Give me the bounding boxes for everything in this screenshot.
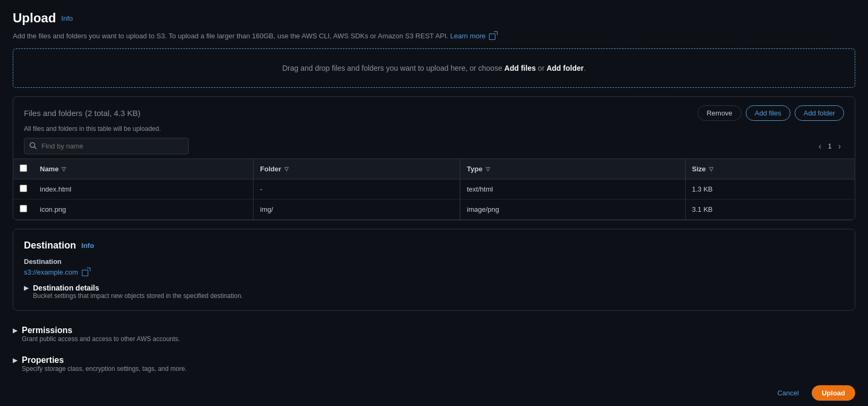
cancel-button[interactable]: Cancel xyxy=(771,386,805,400)
remove-button[interactable]: Remove xyxy=(697,105,741,121)
properties-section: ▶ Properties Specify storage class, encr… xyxy=(13,349,855,375)
permissions-arrow: ▶ xyxy=(13,327,18,334)
files-actions: Remove Add files Add folder xyxy=(697,105,844,121)
properties-arrow: ▶ xyxy=(13,357,18,364)
files-search-pagination: ‹ 1 › xyxy=(13,138,855,159)
row-type: image/png xyxy=(460,200,685,220)
page-number: 1 xyxy=(828,142,831,150)
add-files-button[interactable]: Add files xyxy=(746,105,790,121)
bottom-actions: Cancel Upload xyxy=(13,385,855,401)
search-icon xyxy=(29,142,37,151)
dropzone[interactable]: Drag and drop files and folders you want… xyxy=(13,48,855,88)
svg-line-1 xyxy=(35,147,37,149)
files-table: Name ▽ Folder ▽ Type ▽ xyxy=(13,159,855,220)
destination-external-icon xyxy=(82,270,88,276)
destination-details-toggle[interactable]: ▶ Destination details Bucket settings th… xyxy=(24,284,844,300)
row-name: icon.png xyxy=(33,200,254,220)
search-wrapper xyxy=(24,138,189,154)
destination-details-arrow: ▶ xyxy=(24,284,29,292)
row-folder: img/ xyxy=(254,200,460,220)
files-table-container: Name ▽ Folder ▽ Type ▽ xyxy=(13,159,855,220)
row-type: text/html xyxy=(460,179,685,200)
add-folder-button[interactable]: Add folder xyxy=(795,105,844,121)
row-size: 1.3 KB xyxy=(685,179,855,200)
destination-label: Destination xyxy=(24,258,844,266)
page-subtitle: Add the files and folders you want to up… xyxy=(13,32,855,40)
sort-size-icon[interactable]: ▽ xyxy=(709,166,713,172)
search-input[interactable] xyxy=(24,138,189,154)
row-name: index.html xyxy=(33,179,254,200)
sort-name-icon[interactable]: ▽ xyxy=(62,166,66,172)
col-type: Type ▽ xyxy=(460,159,685,179)
pagination: ‹ 1 › xyxy=(815,140,844,152)
row-folder: - xyxy=(254,179,460,200)
row-size: 3.1 KB xyxy=(685,200,855,220)
info-link[interactable]: Info xyxy=(61,14,73,22)
sort-type-icon[interactable]: ▽ xyxy=(486,166,490,172)
files-header: Files and folders (2 total, 4.3 KB) Remo… xyxy=(13,97,855,125)
page-header: Upload Info xyxy=(13,11,855,26)
destination-info-link[interactable]: Info xyxy=(81,242,94,250)
row-checkbox-0[interactable] xyxy=(20,185,27,192)
upload-button[interactable]: Upload xyxy=(812,385,855,401)
files-section: Files and folders (2 total, 4.3 KB) Remo… xyxy=(13,96,855,220)
col-folder: Folder ▽ xyxy=(254,159,460,179)
table-row: icon.png img/ image/png 3.1 KB xyxy=(13,200,855,220)
prev-page-button[interactable]: ‹ xyxy=(815,140,824,152)
table-row: index.html - text/html 1.3 KB xyxy=(13,179,855,200)
destination-url[interactable]: s3://example.com xyxy=(24,268,88,276)
external-link-icon xyxy=(489,34,495,40)
select-all-checkbox[interactable] xyxy=(20,164,27,172)
destination-section: Destination Info Destination s3://exampl… xyxy=(13,229,855,311)
row-checkbox-1[interactable] xyxy=(20,205,27,212)
destination-title: Destination Info xyxy=(24,240,844,251)
next-page-button[interactable]: › xyxy=(835,140,844,152)
page-title: Upload xyxy=(13,11,56,26)
col-size: Size ▽ xyxy=(685,159,855,179)
permissions-toggle[interactable]: ▶ Permissions Grant public access and ac… xyxy=(13,319,855,345)
col-name: Name ▽ xyxy=(33,159,254,179)
properties-toggle[interactable]: ▶ Properties Specify storage class, encr… xyxy=(13,349,855,375)
files-subtitle: All files and folders in this table will… xyxy=(13,125,855,138)
permissions-section: ▶ Permissions Grant public access and ac… xyxy=(13,319,855,345)
row-checkbox-cell[interactable] xyxy=(13,179,33,200)
select-all-cell[interactable] xyxy=(13,159,33,179)
row-checkbox-cell[interactable] xyxy=(13,200,33,220)
files-title-group: Files and folders (2 total, 4.3 KB) xyxy=(24,107,140,119)
learn-more-link[interactable]: Learn more xyxy=(450,32,495,40)
sort-folder-icon[interactable]: ▽ xyxy=(284,166,289,172)
